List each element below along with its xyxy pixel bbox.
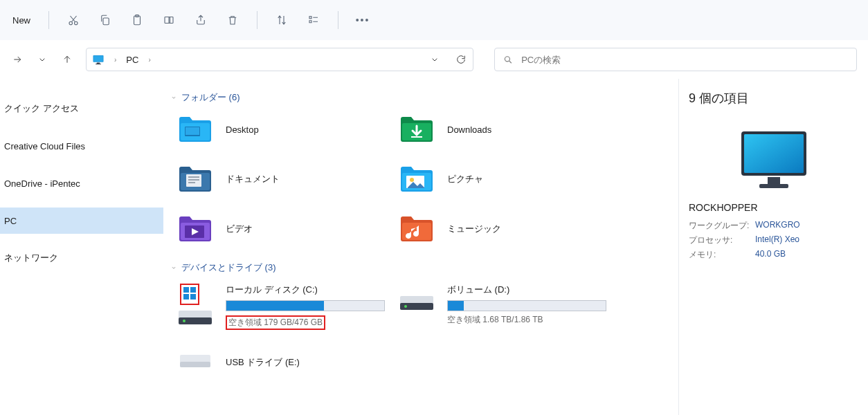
svg-point-12: [505, 56, 509, 61]
crumb-chevron-icon: ›: [148, 56, 150, 64]
rename-button[interactable]: [154, 6, 183, 34]
folder-documents[interactable]: ドキュメント: [177, 163, 399, 195]
folder-videos[interactable]: ビデオ: [177, 213, 399, 245]
folder-label: Desktop: [226, 124, 259, 135]
sort-button[interactable]: [267, 6, 296, 34]
delete-button[interactable]: [218, 6, 247, 34]
usb-drive-icon: [177, 349, 213, 381]
address-bar[interactable]: › PC ›: [86, 48, 473, 71]
details-pane: 9 個の項目 ROCKHOPPER ワークグループ: WORKGRO プロセッサ…: [678, 79, 868, 415]
copy-button[interactable]: [91, 6, 120, 34]
pictures-folder-icon: [399, 163, 435, 195]
cut-icon: [67, 14, 80, 26]
search-bar[interactable]: [494, 48, 857, 71]
sidebar-item-pc[interactable]: PC: [0, 208, 163, 234]
sidebar-item-onedrive[interactable]: OneDrive - iPentec: [0, 170, 163, 196]
search-input[interactable]: [521, 55, 848, 65]
cut-button[interactable]: [59, 6, 88, 34]
svg-rect-44: [744, 134, 804, 173]
folder-label: Downloads: [447, 124, 491, 135]
svg-rect-22: [188, 182, 195, 183]
drive-free-text: 空き領域 179 GB/476 GB: [228, 317, 323, 327]
view-button[interactable]: [299, 6, 328, 34]
details-key: プロセッサ:: [689, 234, 755, 246]
folder-downloads[interactable]: Downloads: [399, 113, 620, 145]
folder-label: ドキュメント: [226, 173, 280, 185]
drive-grid: ローカル ディスク (C:) 空き領域 179 GB/476 GB ボリューム …: [177, 284, 671, 381]
svg-rect-10: [97, 63, 100, 64]
svg-rect-7: [309, 17, 311, 19]
share-button[interactable]: [186, 6, 215, 34]
details-value: 40.0 GB: [755, 249, 786, 261]
sidebar-item-quickaccess[interactable]: クイック アクセス: [0, 95, 163, 122]
windows-logo-icon: [183, 286, 197, 300]
search-icon: [503, 55, 513, 65]
new-button[interactable]: New: [8, 6, 39, 34]
arrow-up-icon: [62, 54, 73, 65]
svg-point-39: [404, 305, 407, 308]
drive-icon: [399, 284, 435, 315]
svg-point-0: [69, 21, 73, 25]
svg-rect-15: [186, 127, 199, 135]
address-dropdown[interactable]: [428, 54, 441, 65]
pc-icon: [92, 54, 105, 65]
sidebar-item-creativecloud[interactable]: Creative Cloud Files: [0, 133, 163, 159]
folder-label: ピクチャ: [447, 173, 483, 185]
computer-name: ROCKHOPPER: [689, 202, 858, 213]
details-row-memory: メモリ: 40.0 GB: [689, 249, 858, 261]
folder-label: ビデオ: [226, 223, 253, 235]
drive-c-icon-wrap: [177, 284, 213, 329]
group-header-drives[interactable]: デバイスとドライブ (3): [170, 261, 671, 274]
refresh-icon: [455, 54, 467, 65]
computer-icon: [689, 127, 858, 194]
breadcrumb-pc[interactable]: PC: [126, 55, 138, 65]
downloads-folder-icon: [399, 113, 435, 145]
refresh-button[interactable]: [455, 54, 467, 65]
folder-pictures[interactable]: ピクチャ: [399, 163, 620, 195]
chevron-down-icon: [170, 263, 177, 273]
paste-button[interactable]: [123, 6, 152, 34]
new-label: New: [12, 15, 30, 26]
svg-rect-2: [103, 18, 109, 25]
details-row-processor: プロセッサ: Intel(R) Xeo: [689, 234, 858, 246]
drive-c[interactable]: ローカル ディスク (C:) 空き領域 179 GB/476 GB: [177, 284, 399, 330]
sidebar-item-label: PC: [4, 216, 17, 226]
drive-name: ボリューム (D:): [447, 284, 620, 296]
music-folder-icon: [399, 213, 435, 245]
details-row-workgroup: ワークグループ: WORKGRO: [689, 220, 858, 232]
svg-rect-21: [188, 179, 199, 181]
up-button[interactable]: [61, 54, 73, 65]
videos-folder-icon: [177, 213, 213, 245]
drive-info: USB ドライブ (E:): [226, 349, 399, 373]
drive-d[interactable]: ボリューム (D:) 空き領域 1.68 TB/1.86 TB: [399, 284, 620, 330]
sidebar-item-network[interactable]: ネットワーク: [0, 245, 163, 271]
more-button[interactable]: •••: [348, 6, 377, 34]
svg-rect-45: [768, 177, 780, 184]
group-header-folders[interactable]: フォルダー (6): [170, 91, 671, 104]
sidebar-item-label: Creative Cloud Files: [4, 141, 85, 151]
recent-button[interactable]: [36, 54, 48, 65]
forward-button[interactable]: [11, 54, 24, 65]
crumb-chevron-icon: ›: [114, 56, 116, 64]
separator: [338, 11, 338, 29]
details-value: WORKGRO: [755, 220, 800, 232]
separator: [48, 11, 49, 29]
details-value: Intel(R) Xeo: [755, 234, 799, 246]
svg-point-1: [75, 21, 78, 25]
drive-e[interactable]: USB ドライブ (E:): [177, 349, 399, 381]
highlight-box: 空き領域 179 GB/476 GB: [226, 315, 325, 330]
drive-info: ローカル ディスク (C:) 空き領域 179 GB/476 GB: [226, 284, 399, 330]
folder-music[interactable]: ミュージック: [399, 213, 620, 245]
main-content: フォルダー (6) Desktop Downloads: [163, 79, 678, 415]
folder-desktop[interactable]: Desktop: [177, 113, 399, 145]
svg-rect-32: [183, 294, 189, 299]
paste-icon: [131, 14, 143, 26]
folder-grid: Desktop Downloads ドキュメント ピ: [177, 113, 671, 245]
chevron-down-icon: [170, 93, 177, 103]
group-header-label: デバイスとドライブ (3): [181, 261, 276, 274]
sidebar-item-label: ネットワーク: [4, 252, 58, 264]
folder-label: ミュージック: [447, 223, 501, 235]
details-title: 9 個の項目: [689, 90, 858, 107]
rename-icon: [163, 14, 175, 26]
copy-icon: [99, 14, 111, 26]
